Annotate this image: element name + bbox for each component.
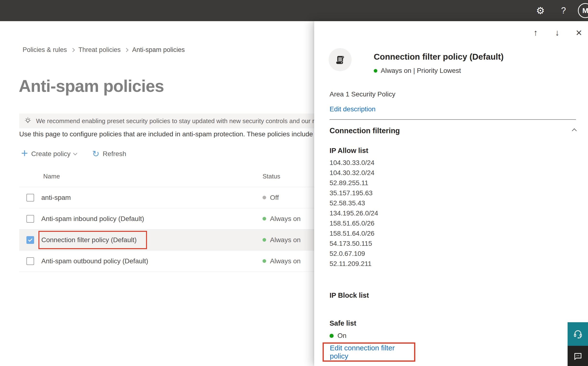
ip-allow-item: 52.58.35.43 [330, 198, 378, 208]
status-dot-icon [263, 196, 266, 199]
ip-allow-item: 104.30.33.0/24 [330, 158, 378, 168]
connection-filtering-section-header[interactable]: Connection filtering [330, 127, 576, 135]
settings-gear-icon[interactable]: ⚙ [533, 0, 548, 21]
table-row[interactable]: Connection filter policy (Default) Alway… [19, 229, 322, 251]
create-policy-label: Create policy [31, 150, 70, 158]
create-policy-button[interactable]: + Create policy [21, 150, 77, 158]
status-label: Always on [270, 236, 301, 244]
policy-status: Always on [263, 236, 301, 244]
section-title: Connection filtering [330, 127, 400, 135]
divider [330, 119, 576, 120]
ip-allow-item: 54.173.50.115 [330, 238, 378, 249]
ip-allow-item: 52.11.209.211 [330, 259, 378, 269]
feedback-chat-icon [573, 351, 583, 361]
page-intro-text: Use this page to configure policies that… [19, 130, 317, 138]
status-dot-icon [263, 238, 266, 242]
banner-text: We recommend enabling preset security po… [36, 117, 317, 125]
safe-list-label: Safe list [330, 319, 356, 327]
ip-allow-item: 52.89.255.11 [330, 178, 378, 188]
table-row[interactable]: Anti-spam outbound policy (Default) Alwa… [19, 251, 322, 272]
checkmark-icon [27, 237, 33, 243]
row-checkbox[interactable] [26, 236, 34, 244]
policy-scroll-icon [329, 48, 352, 71]
column-header-status: Status [263, 173, 280, 180]
column-header-name: Name [43, 173, 60, 180]
plus-icon: + [21, 148, 28, 158]
chevron-down-icon [73, 151, 77, 155]
recommendation-banner: We recommend enabling preset security po… [19, 114, 317, 128]
flyout-nav: ↑ ↓ × [530, 27, 584, 38]
close-icon[interactable]: × [573, 27, 584, 38]
policy-name: Anti-spam inbound policy (Default) [41, 215, 144, 223]
breadcrumb-threat-policies[interactable]: Threat policies [79, 46, 121, 54]
command-bar: + Create policy ↻ Refresh [21, 147, 126, 161]
chevron-up-icon [572, 128, 577, 133]
policy-status: Always on [263, 215, 301, 223]
status-label: Always on [270, 257, 301, 265]
status-label: Always on [270, 215, 301, 223]
headset-icon [573, 329, 583, 339]
account-avatar[interactable]: M [578, 3, 588, 18]
safe-list-status-label: On [338, 332, 346, 340]
policy-status: Always on [263, 257, 301, 265]
ip-block-list-label: IP Block list [330, 291, 369, 299]
status-dot-icon [263, 217, 266, 221]
next-item-arrow-down-icon[interactable]: ↓ [552, 27, 563, 38]
ip-allow-item: 134.195.26.0/24 [330, 208, 378, 218]
policy-description: Area 1 Security Policy [330, 91, 395, 98]
policy-name: Anti-spam outbound policy (Default) [41, 257, 148, 265]
ip-allow-item: 35.157.195.63 [330, 188, 378, 198]
breadcrumb-separator-icon [125, 48, 129, 52]
policy-table: Name Status anti-spam Off Anti-spam inbo… [19, 166, 322, 272]
refresh-button[interactable]: ↻ Refresh [92, 149, 126, 159]
feedback-button[interactable] [568, 346, 588, 366]
breadcrumb-anti-spam-policies[interactable]: Anti-spam policies [132, 46, 185, 54]
ip-allow-item: 158.51.65.0/26 [330, 218, 378, 229]
lightbulb-icon [23, 117, 32, 125]
row-checkbox[interactable] [26, 215, 34, 223]
table-row[interactable]: anti-spam Off [19, 187, 322, 208]
flyout-status-text: Always on | Priority Lowest [381, 67, 461, 75]
policy-details-flyout: ↑ ↓ × Connection filter policy (Default)… [314, 21, 588, 366]
safe-list-status: On [330, 332, 346, 340]
status-dot-icon [374, 69, 377, 73]
flyout-title: Connection filter policy (Default) [374, 52, 504, 61]
status-dot-icon [263, 259, 266, 263]
page-title: Anti-spam policies [19, 76, 164, 96]
ip-allow-item: 158.51.64.0/26 [330, 229, 378, 238]
breadcrumb-separator-icon [71, 48, 75, 52]
row-checkbox[interactable] [26, 257, 34, 265]
edit-connection-filter-policy-link[interactable]: Edit connection filter policy [330, 344, 414, 360]
refresh-label: Refresh [103, 150, 126, 158]
support-button[interactable] [568, 322, 588, 346]
ip-allow-list-label: IP Allow list [330, 147, 368, 155]
status-dot-icon [330, 334, 334, 338]
breadcrumb-policies-rules[interactable]: Policies & rules [22, 46, 67, 54]
ip-allow-item: 52.0.67.109 [330, 249, 378, 259]
policy-name: anti-spam [41, 194, 71, 201]
help-icon[interactable]: ? [556, 0, 571, 21]
breadcrumb: Policies & rules Threat policies Anti-sp… [22, 46, 185, 54]
annotation-highlight-box: Edit connection filter policy [323, 343, 415, 362]
flyout-status-line: Always on | Priority Lowest [374, 67, 461, 75]
row-checkbox[interactable] [26, 194, 34, 201]
previous-item-arrow-up-icon[interactable]: ↑ [530, 27, 541, 38]
edit-description-link[interactable]: Edit description [330, 105, 375, 113]
refresh-icon: ↻ [92, 149, 99, 159]
policy-status: Off [263, 194, 279, 201]
table-header: Name Status [19, 166, 322, 187]
top-app-bar: ⚙ ? M [0, 0, 588, 21]
table-row[interactable]: Anti-spam inbound policy (Default) Alway… [19, 208, 322, 229]
ip-allow-list: 104.30.33.0/24104.30.32.0/2452.89.255.11… [330, 158, 378, 269]
policy-name: Connection filter policy (Default) [41, 236, 137, 244]
ip-allow-item: 104.30.32.0/24 [330, 168, 378, 178]
status-label: Off [270, 194, 279, 201]
